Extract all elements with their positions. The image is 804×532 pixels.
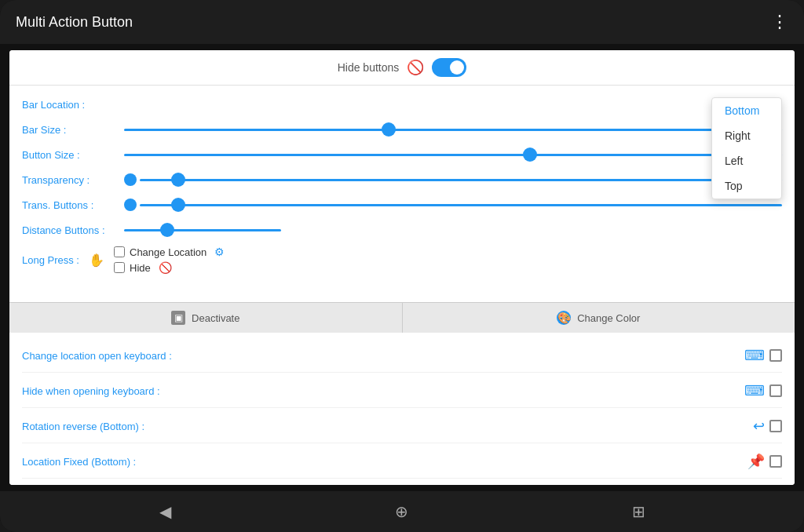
hide-buttons-label: Hide buttons: [338, 61, 400, 74]
bar-location-dropdown[interactable]: Bottom Right Left Top: [711, 97, 782, 199]
info-icons-3: 📌: [747, 453, 782, 470]
home-icon: ⊕: [395, 502, 408, 521]
action-buttons-row: ▣ Deactivate 🎨 Change Color: [9, 302, 795, 333]
keyboard-icon-1: ⌨: [744, 382, 765, 399]
main-content: Hide buttons 🚫 Bar Location : 📍 Bottom R…: [9, 50, 795, 485]
keyboard-icon-0: ⌨: [744, 347, 765, 364]
paint-icon: 🎨: [557, 311, 571, 325]
change-location-option: Change Location ⚙: [114, 246, 225, 258]
distance-buttons-row: Distance Buttons :: [22, 217, 782, 242]
deactivate-label: Deactivate: [192, 312, 239, 324]
checkbox-0[interactable]: [769, 349, 782, 362]
change-color-button[interactable]: 🎨 Change Color: [403, 303, 795, 333]
checkbox-1[interactable]: [769, 384, 782, 397]
info-row-3: Location Fixed (Bottom) : 📌: [22, 445, 782, 479]
bar-size-slider-container: [124, 129, 782, 131]
device-frame: Multi Action Button ⋮ Hide buttons 🚫 Bar…: [0, 0, 804, 532]
info-row-0: Change location open keyboard : ⌨: [22, 339, 782, 373]
recents-button[interactable]: ⊞: [632, 502, 645, 521]
info-label-3: Location Fixed (Bottom) :: [22, 456, 136, 468]
eye-slash-icon: 🚫: [407, 59, 424, 76]
button-size-slider-container: [124, 154, 782, 156]
button-size-row: Button Size :: [22, 142, 782, 167]
distance-buttons-slider-container: [124, 229, 782, 231]
bottom-nav: ◀ ⊕ ⊞: [0, 491, 804, 532]
dropdown-option-top[interactable]: Top: [712, 173, 781, 199]
settings-section: Bar Location : 📍 Bottom Right Left Top ▼…: [9, 86, 795, 302]
button-size-label: Button Size :: [22, 149, 124, 161]
checkbox-2[interactable]: [769, 420, 782, 432]
long-press-options: Change Location ⚙ Hide 🚫: [114, 246, 225, 274]
change-location-checkbox[interactable]: [114, 246, 125, 257]
deactivate-button[interactable]: ▣ Deactivate: [9, 303, 403, 333]
transparency-slider[interactable]: [140, 179, 782, 181]
info-row-2: Rotation reverse (Bottom) : ↩: [22, 410, 782, 443]
transparency-row: Transparency :: [22, 167, 782, 192]
trans-buttons-slider-container: [140, 204, 782, 206]
hide-eye-icon: 🚫: [159, 261, 172, 274]
back-icon: ◀: [159, 502, 171, 521]
rotation-icon-2: ↩: [753, 417, 765, 435]
trans-buttons-slider[interactable]: [140, 204, 782, 206]
bar-size-row: Bar Size :: [22, 117, 782, 142]
back-button[interactable]: ◀: [159, 502, 171, 521]
bar-location-row: Bar Location : 📍 Bottom Right Left Top ▼: [22, 92, 782, 117]
long-press-row: Long Press : ✋ Change Location ⚙ Hide 🚫: [22, 242, 782, 277]
info-label-0: Change location open keyboard :: [22, 350, 172, 362]
info-icons-0: ⌨: [744, 347, 782, 364]
long-press-icon: ✋: [89, 253, 104, 268]
transparency-icon: [124, 173, 137, 186]
dropdown-option-right[interactable]: Right: [712, 123, 781, 148]
info-icons-2: ↩: [753, 417, 782, 435]
transparency-slider-container: [140, 179, 782, 181]
bar-size-label: Bar Size :: [22, 124, 124, 136]
dropdown-option-left[interactable]: Left: [712, 148, 781, 173]
button-size-slider[interactable]: [124, 154, 782, 156]
distance-buttons-slider[interactable]: [124, 229, 281, 231]
hide-option: Hide 🚫: [114, 261, 225, 274]
dropdown-option-bottom[interactable]: Bottom: [712, 98, 781, 123]
change-location-text: Change Location: [130, 246, 206, 258]
title-bar: Multi Action Button ⋮: [0, 0, 804, 44]
menu-icon[interactable]: ⋮: [771, 12, 788, 32]
bar-size-slider[interactable]: [124, 129, 782, 131]
transparency-label: Transparency :: [22, 174, 124, 186]
hide-buttons-toggle[interactable]: [432, 58, 466, 77]
settings-adjust-icon: ⚙: [214, 246, 225, 258]
recents-icon: ⊞: [632, 502, 645, 521]
info-row-1: Hide when opening keyboard : ⌨: [22, 374, 782, 408]
distance-buttons-label: Distance Buttons :: [22, 224, 124, 236]
trans-buttons-icon: [124, 199, 137, 211]
hide-buttons-row: Hide buttons 🚫: [9, 50, 795, 86]
bar-location-label: Bar Location :: [22, 99, 124, 111]
deactivate-icon: ▣: [171, 311, 185, 325]
home-button[interactable]: ⊕: [395, 502, 408, 521]
info-label-2: Rotation reverse (Bottom) :: [22, 421, 144, 432]
long-press-label: Long Press :: [22, 254, 79, 266]
change-color-label: Change Color: [577, 312, 640, 324]
info-label-1: Hide when opening keyboard :: [22, 385, 160, 397]
trans-buttons-label: Trans. Buttons :: [22, 199, 124, 211]
hide-checkbox[interactable]: [114, 262, 125, 273]
location-icon-3: 📌: [747, 453, 765, 470]
app-title: Multi Action Button: [16, 14, 133, 31]
trans-buttons-row: Trans. Buttons :: [22, 192, 782, 217]
info-icons-1: ⌨: [744, 382, 782, 399]
settings-rows: Change location open keyboard : ⌨ Hide w…: [9, 333, 795, 485]
hide-text: Hide: [130, 262, 151, 274]
checkbox-3[interactable]: [769, 455, 782, 468]
